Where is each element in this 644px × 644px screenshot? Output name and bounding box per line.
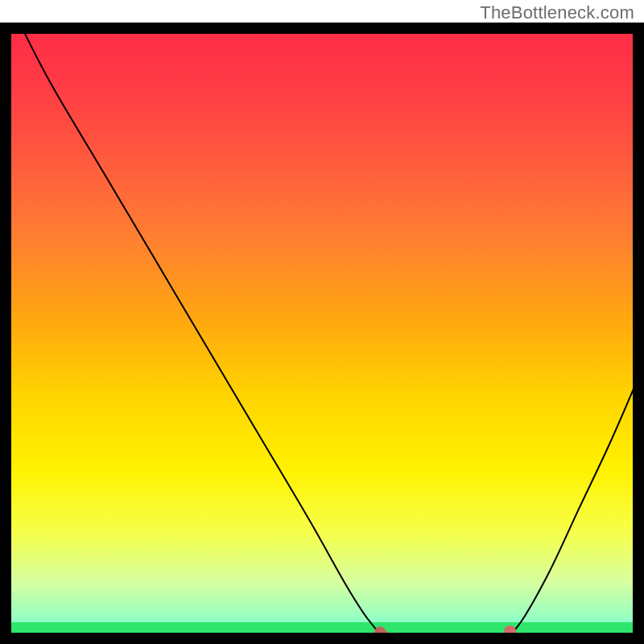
frame-bottom — [0, 633, 644, 644]
frame-left — [0, 23, 11, 644]
chart-container: TheBottleneck.com — [0, 0, 644, 644]
chart-svg — [0, 0, 644, 644]
frame-top — [0, 23, 644, 34]
gradient-background — [0, 23, 644, 644]
watermark-text: TheBottleneck.com — [480, 2, 634, 23]
frame-right — [633, 23, 644, 644]
